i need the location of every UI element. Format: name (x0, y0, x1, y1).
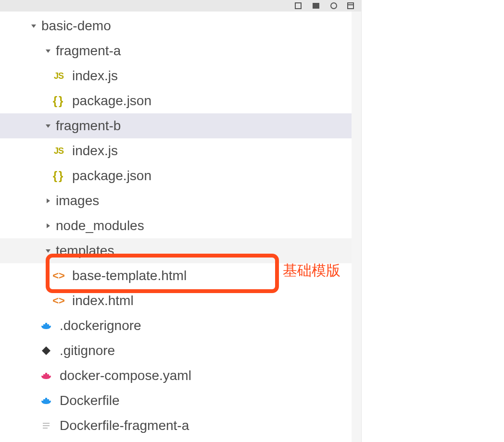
file-explorer-sidebar: basic-demo fragment-a JS index.js {} pac… (0, 0, 362, 442)
docker-compose-icon (38, 370, 54, 381)
tree-item-label: .dockerignore (60, 318, 141, 333)
tree-item-label: Dockerfile-fragment-a (60, 418, 189, 433)
scrollbar[interactable] (352, 12, 361, 442)
chevron-down-icon (43, 46, 53, 56)
tree-folder-basic-demo[interactable]: basic-demo (0, 13, 361, 38)
tree-item-label: basic-demo (41, 18, 111, 34)
tree-file-dockerfile-fragment-a[interactable]: Dockerfile-fragment-a (0, 413, 361, 438)
tree-item-label: node_modules (56, 218, 144, 233)
tree-item-label: fragment-b (56, 118, 121, 134)
tree-file-dockerfile[interactable]: Dockerfile (0, 388, 361, 413)
tree-item-label: base-template.html (72, 268, 187, 283)
explorer-toolbar (0, 0, 361, 12)
tree-item-label: docker-compose.yaml (60, 368, 191, 383)
tree-file-index-js[interactable]: JS index.js (0, 138, 361, 163)
tree-item-label: package.json (72, 93, 151, 109)
new-file-icon[interactable] (294, 1, 304, 10)
tree-item-label: fragment-a (56, 43, 121, 59)
tree-item-label: package.json (72, 168, 151, 184)
chevron-down-icon (29, 21, 38, 31)
tree-item-label: index.js (72, 68, 118, 84)
tree-file-dockerignore[interactable]: .dockerignore (0, 313, 361, 338)
tree-folder-node-modules[interactable]: node_modules (0, 213, 361, 238)
js-icon: JS (51, 145, 66, 157)
git-icon (38, 345, 54, 356)
tree-item-label: templates (56, 243, 114, 258)
tree-item-label: Dockerfile (60, 393, 119, 408)
tree-folder-fragment-a[interactable]: fragment-a (0, 38, 361, 63)
chevron-right-icon (43, 221, 53, 231)
chevron-right-icon (43, 196, 53, 206)
html-icon: <> (51, 270, 66, 282)
tree-file-package-json[interactable]: {} package.json (0, 163, 361, 188)
docker-icon (38, 395, 54, 406)
docker-icon (38, 320, 54, 332)
tree-item-label: index.js (72, 143, 118, 159)
tree-folder-images[interactable]: images (0, 188, 361, 213)
svg-rect-3 (348, 3, 353, 9)
js-icon: JS (51, 70, 66, 82)
tree-file-docker-compose[interactable]: docker-compose.yaml (0, 363, 361, 388)
tree-item-label: index.html (72, 293, 134, 308)
tree-item-label: images (56, 193, 99, 209)
refresh-icon[interactable] (328, 1, 339, 10)
text-file-icon (38, 420, 54, 431)
tree-folder-fragment-b[interactable]: fragment-b (0, 113, 361, 138)
json-icon: {} (51, 95, 66, 107)
svg-rect-0 (295, 3, 301, 9)
tree-file-package-json[interactable]: {} package.json (0, 88, 361, 113)
tree-item-label: .gitignore (60, 343, 115, 358)
tree-file-gitignore[interactable]: .gitignore (0, 338, 361, 363)
file-tree: basic-demo fragment-a JS index.js {} pac… (0, 12, 361, 438)
json-icon: {} (51, 170, 66, 182)
annotation-label: 基础模版 (283, 261, 340, 281)
html-icon: <> (51, 295, 66, 307)
tree-folder-templates[interactable]: templates (0, 238, 361, 263)
svg-point-2 (331, 3, 337, 9)
collapse-icon[interactable] (346, 1, 356, 10)
svg-rect-1 (313, 3, 319, 9)
chevron-down-icon (43, 246, 53, 256)
chevron-down-icon (43, 121, 53, 131)
tree-file-index-js[interactable]: JS index.js (0, 63, 361, 88)
tree-file-index-html[interactable]: <> index.html (0, 288, 361, 313)
new-folder-icon[interactable] (311, 1, 322, 10)
